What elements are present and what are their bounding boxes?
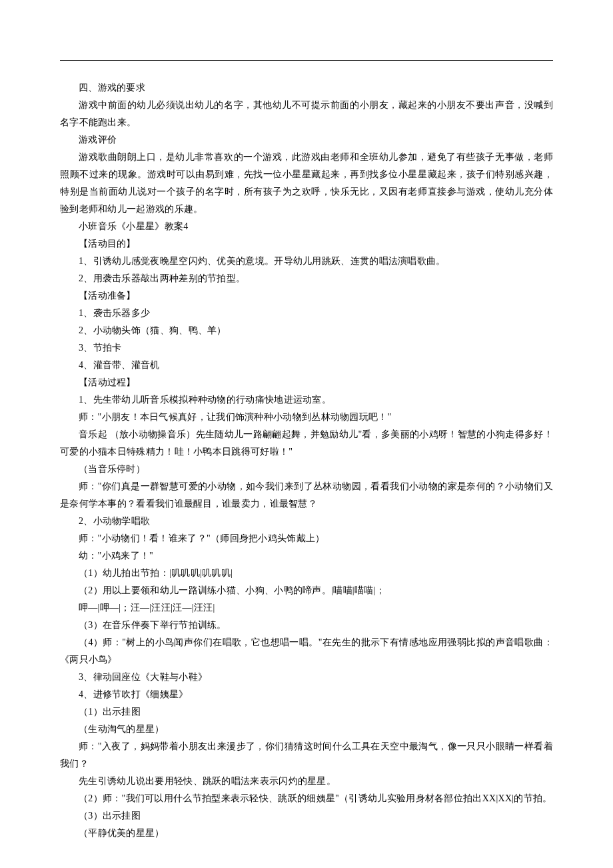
paragraph: （平静优美的星星） [60,825,553,842]
paragraph: 2、小动物头饰（猫、狗、鸭、羊） [60,322,553,339]
paragraph: 4、灌音带、灌音机 [60,357,553,374]
paragraph: 呷—|呷—|；汪—|汪汪|汪—|汪汪| [60,599,553,617]
paragraph: （3）在音乐伴奏下举行节拍训练。 [60,617,553,634]
paragraph: （2）师："我们可以用什么节拍型来表示轻快、跳跃的细姨星"（引诱幼儿实验用身材各… [60,790,553,807]
paragraph: 师："你们真是一群智慧可爱的小动物，如今我们来到了丛林动物园，看看我们小动物的家… [60,478,553,513]
paragraph: 幼："小鸡来了！" [60,547,553,565]
horizontal-rule [60,60,553,61]
paragraph: 1、先生带幼儿听音乐模拟种种动物的行动痛快地进运动室。 [60,391,553,409]
paragraph: 游戏中前面的幼儿必须说出幼儿的名字，其他幼儿不可提示前面的小朋友，藏起来的小朋友… [60,97,553,131]
paragraph: （当音乐停时） [60,461,553,478]
paragraph: 游戏评价 [60,131,553,149]
paragraph: 师："小动物们！看！谁来了？"（师回身把小鸡头饰戴上） [60,530,553,547]
paragraph: 2、小动物学唱歌 [60,513,553,530]
paragraph: 四、游戏的要求 [60,79,553,97]
paragraph: （4）师："树上的小鸟闻声你们在唱歌，它也想唱一唱。"在先生的批示下有情感地应用… [60,634,553,669]
paragraph: 2、用袭击乐器敲出两种差别的节拍型。 [60,270,553,287]
paragraph: （2）用以上要领和幼儿一路训练小猫、小狗、小鸭的啼声。|喵喵|喵喵|； [60,582,553,599]
document-content: 四、游戏的要求游戏中前面的幼儿必须说出幼儿的名字，其他幼儿不可提示前面的小朋友，… [60,79,553,842]
paragraph: 4、进修节吹打《细姨星》 [60,686,553,703]
paragraph: （生动淘气的星星） [60,721,553,738]
paragraph: （1）幼儿拍出节拍：|叽叽叽|叽叽叽| [60,565,553,582]
paragraph: 先生引诱幼儿说出要用轻快、跳跃的唱法来表示闪灼的星星。 [60,773,553,790]
paragraph: 游戏歌曲朗朗上口，是幼儿非常喜欢的一个游戏，此游戏由老师和全班幼儿参加，避免了有… [60,149,553,218]
paragraph: 3、节拍卡 [60,339,553,357]
paragraph: 小班音乐《小星星》教案4 [60,218,553,235]
paragraph: 【活动准备】 [60,287,553,305]
paragraph: （1）出示挂图 [60,703,553,721]
paragraph: （3）出示挂图 [60,807,553,825]
paragraph: 师："小朋友！本日气候真好，让我们饰演种种小动物到丛林动物园玩吧！" [60,409,553,426]
paragraph: 【活动目的】 [60,235,553,253]
paragraph: 3、律动回座位《大鞋与小鞋》 [60,669,553,686]
paragraph: 【活动过程】 [60,374,553,391]
paragraph: 1、引诱幼儿感觉夜晚星空闪灼、优美的意境。开导幼儿用跳跃、连贯的唱法演唱歌曲。 [60,253,553,270]
paragraph: 师："入夜了，妈妈带着小朋友出来漫步了，你们猜猜这时间什么工具在天空中最淘气，像… [60,738,553,773]
paragraph: 1、袭击乐器多少 [60,305,553,322]
paragraph: 音乐起 （放小动物操音乐）先生随幼儿一路翩翩起舞，并勉励幼儿"看，多美丽的小鸡呀… [60,426,553,461]
